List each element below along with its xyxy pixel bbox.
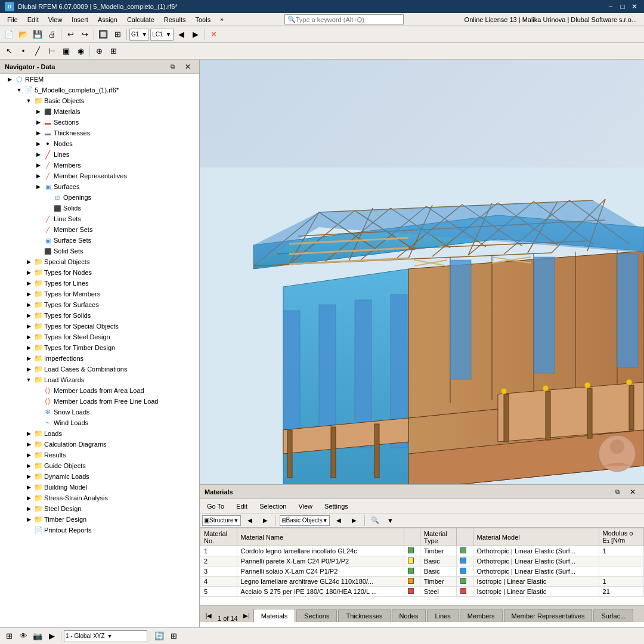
lines-toggle[interactable]: ▶ — [33, 150, 43, 159]
table-row[interactable]: 4 Legno lamellare architrave GL24c 110x1… — [200, 577, 644, 587]
tree-item-timber-design[interactable]: ▶ 📁 Timber Design — [0, 514, 199, 525]
tab-member-reps[interactable]: Member Representatives — [504, 609, 593, 622]
grid-btn[interactable]: ⊞ — [107, 45, 120, 58]
tree-item-member-sets[interactable]: ╱ Member Sets — [0, 224, 199, 235]
menu-assign[interactable]: Assign — [93, 15, 122, 24]
new-btn[interactable]: 📄 — [2, 28, 16, 41]
types-special-objects-toggle[interactable]: ▶ — [24, 321, 33, 331]
close-button[interactable]: ✕ — [630, 2, 639, 11]
menu-insert[interactable]: Insert — [67, 15, 93, 24]
types-members-toggle[interactable]: ▶ — [24, 289, 33, 299]
tree-item-member-loads-free[interactable]: ⟨⟩ Member Loads from Free Line Load — [0, 396, 199, 407]
solid-btn[interactable]: ◉ — [74, 45, 87, 58]
solid-sets-toggle[interactable] — [33, 246, 43, 256]
line-sets-toggle[interactable] — [33, 214, 43, 224]
menu-edit[interactable]: Edit — [23, 15, 44, 24]
types-surfaces-toggle[interactable]: ▶ — [24, 300, 33, 309]
tree-item-openings[interactable]: ⊡ Openings — [0, 192, 199, 203]
tabs-next-btn[interactable]: ▶| — [240, 609, 253, 622]
nav-close-btn[interactable]: ✕ — [181, 60, 194, 73]
file-toggle[interactable]: ▼ — [14, 85, 24, 95]
panel-menu-edit[interactable]: Edit — [231, 501, 252, 511]
panel-filter-btn[interactable]: ▼ — [384, 514, 397, 527]
panel-close-btn[interactable]: ✕ — [626, 485, 639, 499]
tree-item-types-surfaces[interactable]: ▶ 📁 Types for Surfaces — [0, 299, 199, 310]
tree-item-types-solids[interactable]: ▶ 📁 Types for Solids — [0, 310, 199, 321]
tree-item-types-nodes[interactable]: ▶ 📁 Types for Nodes — [0, 267, 199, 278]
view-btn[interactable]: 👁 — [17, 630, 30, 643]
menu-file[interactable]: File — [2, 15, 23, 24]
printout-reports-toggle[interactable] — [24, 525, 33, 535]
tab-lines[interactable]: Lines — [427, 609, 458, 622]
node-btn[interactable]: • — [17, 45, 30, 58]
tree-item-types-members[interactable]: ▶ 📁 Types for Members — [0, 289, 199, 299]
panel-objects-prev[interactable]: ◀ — [332, 514, 345, 527]
panel-objects-next[interactable]: ▶ — [348, 514, 361, 527]
tree-item-printout-reports[interactable]: 📄 Printout Reports — [0, 525, 199, 535]
open-btn[interactable]: 📂 — [17, 28, 30, 41]
types-solids-toggle[interactable]: ▶ — [24, 311, 33, 320]
results-toggle[interactable]: ▶ — [24, 450, 33, 460]
tree-item-member-loads-area[interactable]: ⟨⟩ Member Loads from Area Load — [0, 385, 199, 396]
menu-tools[interactable]: Tools — [190, 15, 215, 24]
basic-objects-toggle[interactable]: ▼ — [24, 96, 33, 106]
tree-item-file[interactable]: ▼ 📄 5_Modello_completo_(1).rf6* — [0, 85, 199, 95]
view2d-btn[interactable]: ⊞ — [111, 28, 124, 41]
tree-item-types-steel-design[interactable]: ▶ 📁 Types for Steel Design — [0, 332, 199, 342]
panel-nav-next[interactable]: ▶ — [259, 514, 272, 527]
tree-item-steel-design[interactable]: ▶ 📁 Steel Design — [0, 503, 199, 514]
tab-members[interactable]: Members — [460, 609, 503, 622]
camera-btn[interactable]: 📷 — [31, 630, 44, 643]
view3d-btn[interactable]: 🔲 — [97, 28, 110, 41]
table-row[interactable]: 1 Cordolo legno lamellare incollato GL24… — [200, 546, 644, 556]
member-btn[interactable]: ⊢ — [45, 45, 58, 58]
load-wizards-toggle[interactable]: ▼ — [24, 375, 33, 385]
member-loads-area-toggle[interactable] — [33, 386, 43, 395]
search-input[interactable] — [296, 16, 391, 23]
thicknesses-toggle[interactable]: ▶ — [33, 128, 43, 138]
member-sets-toggle[interactable] — [33, 225, 43, 234]
tree-item-results[interactable]: ▶ 📁 Results — [0, 450, 199, 460]
snap-btn[interactable]: ⊕ — [92, 45, 106, 58]
tree-item-building-model[interactable]: ▶ 📁 Building Model — [0, 482, 199, 493]
types-timber-toggle[interactable]: ▶ — [24, 343, 33, 352]
panel-nav-prev[interactable]: ◀ — [243, 514, 256, 527]
tree-item-lines[interactable]: ▶ ╱ Lines — [0, 149, 199, 160]
rotate-x-btn[interactable]: 🔄 — [153, 630, 166, 643]
types-steel-toggle[interactable]: ▶ — [24, 332, 33, 342]
surfaces-toggle[interactable]: ▶ — [33, 182, 43, 191]
tree-item-dynamic-loads[interactable]: ▶ 📁 Dynamic Loads — [0, 471, 199, 482]
tree-item-imperfections[interactable]: ▶ 📁 Imperfections — [0, 353, 199, 364]
table-row[interactable]: 3 Pannelli solaio X-Lam C24 P1/P2 Basic … — [200, 566, 644, 577]
tab-sections[interactable]: Sections — [296, 609, 337, 622]
tab-nodes[interactable]: Nodes — [392, 609, 426, 622]
tree-item-surfaces[interactable]: ▶ ▣ Surfaces — [0, 181, 199, 192]
solids-toggle[interactable] — [43, 203, 52, 213]
tree-item-calc-diagrams[interactable]: ▶ 📁 Calculation Diagrams — [0, 439, 199, 450]
table-row[interactable]: 2 Pannelli parete X-Lam C24 P0/P1/P2 Bas… — [200, 556, 644, 566]
nav-restore-btn[interactable]: ⧉ — [166, 60, 179, 73]
panel-restore-btn[interactable]: ⧉ — [611, 485, 624, 499]
nodes-toggle[interactable]: ▶ — [33, 139, 43, 148]
tree-item-nodes[interactable]: ▶ • Nodes — [0, 138, 199, 149]
select-btn[interactable]: ↖ — [2, 45, 16, 58]
calc-diagrams-toggle[interactable]: ▶ — [24, 439, 33, 449]
table-row[interactable]: 5 Acciaio S 275 per IPE 180/C 180/HEA 12… — [200, 587, 644, 597]
redo-btn[interactable]: ↪ — [78, 28, 91, 41]
tree-item-line-sets[interactable]: ╱ Line Sets — [0, 213, 199, 224]
snow-loads-toggle[interactable] — [33, 407, 43, 417]
timber-design-toggle[interactable]: ▶ — [24, 515, 33, 524]
load-cases-toggle[interactable]: ▶ — [24, 364, 33, 374]
building-model-toggle[interactable]: ▶ — [24, 482, 33, 492]
coord-btn[interactable]: ⊞ — [2, 630, 16, 643]
menu-arrow[interactable]: » — [215, 15, 228, 24]
print-btn[interactable]: 🖨 — [45, 28, 58, 41]
tree-item-basic-objects[interactable]: ▼ 📁 Basic Objects — [0, 95, 199, 106]
surface-btn[interactable]: ▣ — [60, 45, 73, 58]
coord-system-combo[interactable]: 1 - Global XYZ ▼ — [64, 630, 147, 642]
tree-item-rfem[interactable]: ▶ ⬡ RFEM — [0, 74, 199, 85]
menu-calculate[interactable]: Calculate — [122, 15, 159, 24]
tab-surfaces[interactable]: Surfac... — [593, 609, 633, 622]
sections-toggle[interactable]: ▶ — [33, 117, 43, 127]
calc-btn[interactable]: ✕ — [208, 28, 221, 41]
